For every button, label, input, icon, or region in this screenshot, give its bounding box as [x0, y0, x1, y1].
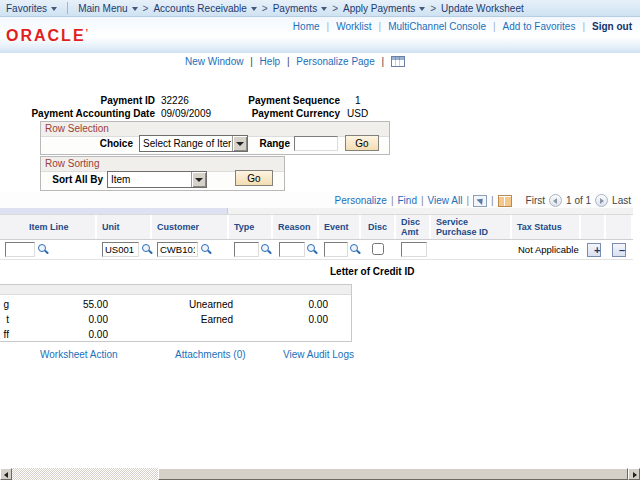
pager-position: 1 of 1	[566, 195, 591, 206]
unearned-value: 0.00	[250, 299, 328, 310]
payment-accounting-date-label: Payment Accounting Date	[0, 108, 155, 119]
worksheet-action-link[interactable]: Worksheet Action	[40, 349, 118, 360]
column-header-disc-amt: Disc Amt	[396, 215, 431, 239]
choice-dropdown[interactable]: Select Range of Items	[139, 135, 248, 152]
header-links: Home Worklist MultiChannel Console Add t…	[293, 21, 632, 32]
customer-input[interactable]	[157, 242, 198, 257]
breadcrumb-separator	[332, 3, 338, 14]
type-lookup-icon[interactable]	[260, 243, 272, 256]
attachments-link[interactable]: Attachments (0)	[175, 349, 246, 360]
delete-row-button[interactable]: –	[612, 243, 626, 257]
breadcrumb-apply-payments[interactable]: Apply Payments	[343, 3, 425, 14]
scroll-right-arrow[interactable]	[628, 468, 640, 480]
breadcrumb-accounts-receivable[interactable]: Accounts Receivable	[153, 3, 256, 14]
personalize-link[interactable]: Personalize	[335, 195, 387, 206]
column-header-event: Event	[319, 215, 361, 239]
home-link[interactable]: Home	[293, 21, 320, 32]
column-header-service-purchase-id: Service Purchase ID	[431, 215, 512, 239]
view-audit-logs-link[interactable]: View Audit Logs	[283, 349, 354, 360]
breadcrumb-separator	[430, 3, 436, 14]
payment-sequence-value: 1	[355, 95, 361, 106]
personalize-page-link[interactable]: Personalize Page	[296, 56, 374, 67]
item-line-lookup-icon[interactable]	[37, 243, 49, 256]
summary-value: 0.00	[30, 329, 108, 340]
row-selection-go-button[interactable]: Go	[345, 135, 379, 151]
last-label: Last	[612, 195, 631, 206]
event-input[interactable]	[324, 242, 348, 257]
range-input[interactable]	[294, 136, 338, 151]
personalize-page-grid-icon[interactable]	[391, 56, 405, 67]
disc-checkbox[interactable]	[372, 243, 384, 255]
item-line-input[interactable]	[5, 242, 35, 257]
breadcrumb-update-worksheet: Update Worksheet	[441, 3, 524, 14]
add-to-favorites-link[interactable]: Add to Favorites	[503, 21, 576, 32]
type-input[interactable]	[234, 242, 259, 257]
table-row: Not Applicable + –	[0, 240, 633, 260]
earned-value: 0.00	[250, 314, 328, 325]
view-all-link[interactable]: View All	[428, 195, 463, 206]
letter-of-credit-id-label: Letter of Credit ID	[330, 266, 414, 277]
unit-input[interactable]	[102, 242, 139, 257]
reason-input[interactable]	[279, 242, 305, 257]
footer-links: Worksheet Action Attachments (0) View Au…	[0, 349, 400, 361]
column-header-tax-status: Tax Status	[512, 215, 581, 239]
new-window-link[interactable]: New Window	[185, 56, 243, 67]
earned-label: Earned	[150, 314, 233, 325]
update-worksheet-page: Favorites Main Menu Accounts Receivable …	[0, 0, 640, 480]
breadcrumb: Favorites Main Menu Accounts Receivable …	[0, 0, 640, 17]
column-header-customer: Customer	[152, 215, 229, 239]
page-bar: New Window Help Personalize Page	[0, 56, 590, 67]
scrollbar-thumb[interactable]	[158, 468, 628, 480]
worklist-link[interactable]: Worklist	[336, 21, 371, 32]
column-header-item-line: Item Line	[1, 215, 97, 239]
main-menu[interactable]: Main Menu	[78, 3, 137, 14]
event-lookup-icon[interactable]	[349, 243, 361, 256]
favorites-label: Favorites	[6, 3, 47, 14]
summary-value: 55.00	[30, 299, 108, 310]
chevron-down-icon	[419, 7, 425, 11]
summary-label-fragment: t	[0, 314, 9, 325]
payment-sequence-label: Payment Sequence	[190, 95, 340, 106]
sign-out-link[interactable]: Sign out	[592, 21, 632, 32]
breadcrumb-separator	[262, 3, 268, 14]
payment-id-value: 32226	[161, 95, 189, 106]
payment-id-label: Payment ID	[0, 95, 155, 106]
column-header-type: Type	[229, 215, 273, 239]
dropdown-arrow-icon[interactable]	[191, 172, 206, 187]
sort-all-by-dropdown[interactable]: Item	[107, 171, 207, 188]
reason-lookup-icon[interactable]	[306, 243, 318, 256]
summary-header-strip	[0, 285, 351, 295]
breadcrumb-payments[interactable]: Payments	[273, 3, 327, 14]
add-row-button[interactable]: +	[587, 243, 601, 257]
oracle-logo: ORACLE’	[6, 27, 90, 45]
scroll-left-arrow[interactable]	[0, 468, 12, 480]
column-header-reason: Reason	[273, 215, 319, 239]
dropdown-arrow-icon[interactable]	[232, 136, 247, 151]
previous-row-icon[interactable]	[549, 194, 562, 207]
find-link[interactable]: Find	[397, 195, 416, 206]
download-to-excel-icon[interactable]	[498, 195, 512, 207]
chevron-down-icon	[132, 7, 138, 11]
chevron-down-icon	[321, 7, 327, 11]
favorites-menu[interactable]: Favorites	[6, 3, 57, 14]
unearned-label: Unearned	[150, 299, 233, 310]
horizontal-scrollbar	[0, 468, 640, 480]
summary-value: 0.00	[30, 314, 108, 325]
customer-lookup-icon[interactable]	[200, 243, 212, 256]
row-sorting-go-button[interactable]: Go	[235, 170, 273, 186]
tax-status-cell: Not Applicable	[512, 240, 587, 259]
disc-amt-input[interactable]	[401, 242, 427, 257]
next-row-icon[interactable]	[595, 194, 608, 207]
choice-label: Choice	[40, 138, 133, 149]
chevron-down-icon	[251, 7, 257, 11]
scrollbar-track[interactable]	[12, 468, 158, 480]
help-link[interactable]: Help	[260, 56, 281, 67]
grid-toolbar: Personalize Find View All First 1 of 1 L…	[0, 192, 633, 208]
service-purchase-id-cell	[431, 240, 512, 259]
chevron-down-icon	[51, 7, 57, 11]
grid-pager: First 1 of 1 Last	[526, 194, 631, 207]
summary-label-fragment: ff	[0, 329, 9, 340]
payment-currency-label: Payment Currency	[190, 108, 340, 119]
zoom-grid-icon[interactable]	[473, 195, 487, 207]
multichannel-console-link[interactable]: MultiChannel Console	[388, 21, 486, 32]
